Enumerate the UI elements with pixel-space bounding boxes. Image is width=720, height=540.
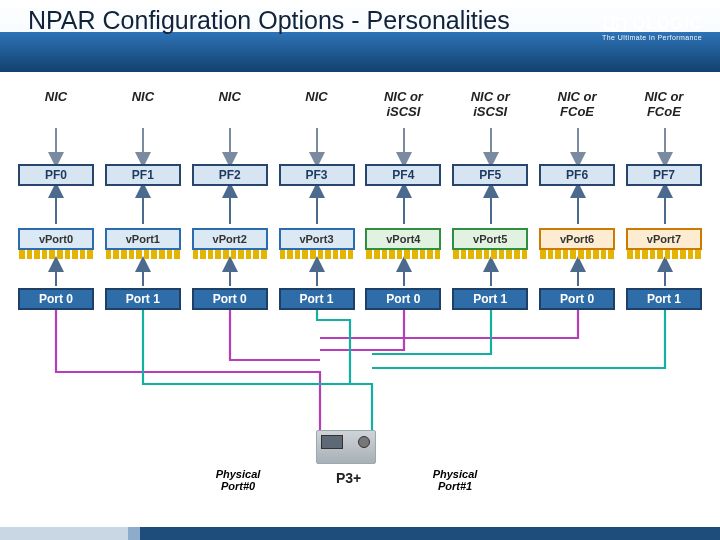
pf-box: PF7 [626,164,702,186]
vport-box: vPort0 [18,228,94,250]
vport-box: vPort7 [626,228,702,250]
personality-label: NIC [279,90,355,120]
personality-label: NIC or FCoE [626,90,702,120]
vport-box: vPort1 [105,228,181,250]
pf-row: PF0 PF1 PF2 PF3 PF4 PF5 PF6 PF7 [0,164,720,186]
comb-icon [452,250,528,259]
title-bar: NPAR Configuration Options - Personaliti… [0,0,720,72]
comb-icon [279,250,355,259]
comb-icon [192,250,268,259]
port-box: Port 0 [365,288,441,310]
pf-box: PF0 [18,164,94,186]
vport-box: vPort2 [192,228,268,250]
pf-box: PF6 [539,164,615,186]
personality-label: NIC [192,90,268,120]
vport-box: vPort4 [365,228,441,250]
comb-icon [18,250,94,259]
comb-icon [539,250,615,259]
pf-box: PF3 [279,164,355,186]
chip-label: P3+ [336,470,361,486]
port-box: Port 0 [18,288,94,310]
port-box: Port 1 [626,288,702,310]
personality-label: NIC or FCoE [539,90,615,120]
comb-icon [105,250,181,259]
vport-box: vPort3 [279,228,355,250]
nic-board-icon [316,430,376,464]
personality-label: NIC [18,90,94,120]
personality-label: NIC [105,90,181,120]
comb-icon [626,250,702,259]
interlock-icon [604,16,626,32]
slide: NPAR Configuration Options - Personaliti… [0,0,720,540]
pf-box: PF5 [452,164,528,186]
comb-icon [365,250,441,259]
personality-label: NIC or iSCSI [452,90,528,120]
port-row: Port 0 Port 1 Port 0 Port 1 Port 0 Port … [0,288,720,310]
port-box: Port 0 [192,288,268,310]
pf-box: PF4 [365,164,441,186]
physical-port0-label: Physical Port#0 [203,468,273,492]
pf-box: PF1 [105,164,181,186]
vport-box: vPort5 [452,228,528,250]
personalities-row: NIC NIC NIC NIC NIC or iSCSI NIC or iSCS… [0,90,720,120]
port-box: Port 0 [539,288,615,310]
port-box: Port 1 [105,288,181,310]
vport-row: vPort0vPort1vPort2vPort3vPort4vPort5vPor… [0,228,720,250]
physical-port1-label: Physical Port#1 [420,468,490,492]
vport-box: vPort6 [539,228,615,250]
brand-logo: QLOGIC The Ultimate in Performance [602,14,702,41]
port-box: Port 1 [279,288,355,310]
personality-label: NIC or iSCSI [365,90,441,120]
port-box: Port 1 [452,288,528,310]
diagram-area: NIC NIC NIC NIC NIC or iSCSI NIC or iSCS… [0,72,720,540]
footer-bar [0,527,720,540]
pf-box: PF2 [192,164,268,186]
